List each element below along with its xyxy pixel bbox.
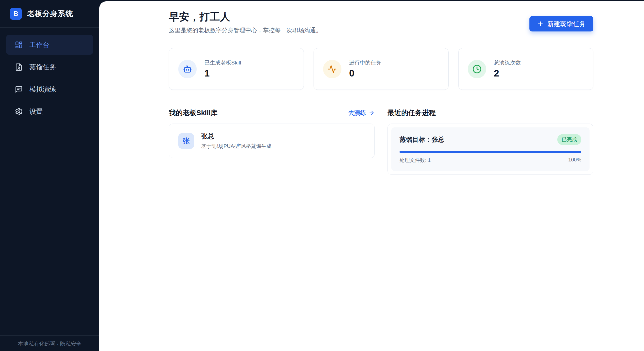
task-meta: 处理文件数: 1 100% xyxy=(399,157,581,164)
sidebar-footer-note: 本地私有化部署 · 隐私安全 xyxy=(0,335,99,351)
activity-icon-wrap xyxy=(323,60,341,78)
task-section-title: 最近的任务进程 xyxy=(387,108,436,117)
page-subtitle: 这里是您的老板数字分身管理中心，掌控每一次职场沟通。 xyxy=(169,26,322,34)
stat-card-drill-count: 总演练次数 2 xyxy=(458,48,593,90)
progress-bar xyxy=(399,151,581,153)
page-header: 早安，打工人 这里是您的老板数字分身管理中心，掌控每一次职场沟通。 新建蒸馏任务 xyxy=(169,10,593,34)
bot-icon xyxy=(183,64,192,74)
chat-icon xyxy=(15,85,23,93)
arrow-right-icon xyxy=(369,110,375,116)
skill-name: 张总 xyxy=(201,132,271,140)
sidebar-item-label: 工作台 xyxy=(29,40,49,49)
stat-card-skills: 已生成老板Skill 1 xyxy=(169,48,304,90)
greeting-block: 早安，打工人 这里是您的老板数字分身管理中心，掌控每一次职场沟通。 xyxy=(169,10,322,34)
sidebar: B 老板分身系统 工作台 蒸馏任务 xyxy=(0,0,99,351)
progress-fill xyxy=(399,151,581,153)
sidebar-item-label: 蒸馏任务 xyxy=(29,63,56,72)
go-drill-label: 去演练 xyxy=(348,109,366,117)
lower-sections: 我的老板Skill库 去演练 张 张总 基于“职场PUA型”风格蒸馏生成 xyxy=(169,108,593,175)
sidebar-nav: 工作台 蒸馏任务 模拟演练 xyxy=(0,28,99,335)
plus-icon xyxy=(537,20,544,27)
task-card-inner: 蒸馏目标：张总 已完成 处理文件数: 1 100% xyxy=(391,127,590,171)
skill-section-head: 我的老板Skill库 去演练 xyxy=(169,108,375,117)
sidebar-item-settings[interactable]: 设置 xyxy=(6,102,93,122)
file-user-icon xyxy=(15,63,23,71)
sidebar-item-distill-tasks[interactable]: 蒸馏任务 xyxy=(6,57,93,77)
main-content: 早安，打工人 这里是您的老板数字分身管理中心，掌控每一次职场沟通。 新建蒸馏任务 xyxy=(99,1,644,351)
app-title: 老板分身系统 xyxy=(27,9,73,19)
stat-value: 0 xyxy=(349,68,381,79)
new-distill-task-button[interactable]: 新建蒸馏任务 xyxy=(529,16,593,31)
stat-label: 进行中的任务 xyxy=(349,59,381,66)
task-head: 蒸馏目标：张总 已完成 xyxy=(399,134,581,145)
skill-card-zhang[interactable]: 张 张总 基于“职场PUA型”风格蒸馏生成 xyxy=(169,124,375,158)
stat-value: 1 xyxy=(204,68,241,79)
stats-row: 已生成老板Skill 1 进行中的任务 0 xyxy=(169,48,593,90)
skill-section-title: 我的老板Skill库 xyxy=(169,108,218,117)
stat-value: 2 xyxy=(494,68,521,79)
task-target: 蒸馏目标：张总 xyxy=(399,135,444,144)
new-distill-task-label: 新建蒸馏任务 xyxy=(547,20,586,28)
skill-card-text: 张总 基于“职场PUA型”风格蒸馏生成 xyxy=(201,132,271,150)
stat-label: 总演练次数 xyxy=(494,59,521,66)
clock-icon-wrap xyxy=(468,60,486,78)
go-drill-link[interactable]: 去演练 xyxy=(348,109,375,117)
sidebar-item-label: 模拟演练 xyxy=(29,85,56,94)
app-logo: B xyxy=(10,8,22,20)
avatar: 张 xyxy=(178,133,194,149)
sidebar-header: B 老板分身系统 xyxy=(0,0,99,28)
stat-text: 总演练次数 2 xyxy=(494,59,521,79)
app-root: B 老板分身系统 工作台 蒸馏任务 xyxy=(0,0,644,351)
clock-icon xyxy=(472,64,482,74)
page-title: 早安，打工人 xyxy=(169,10,322,23)
task-progress-section: 最近的任务进程 蒸馏目标：张总 已完成 处理文件数: 1 100% xyxy=(387,108,593,175)
stat-card-active-tasks: 进行中的任务 0 xyxy=(314,48,449,90)
stat-label: 已生成老板Skill xyxy=(204,59,241,66)
task-section-head: 最近的任务进程 xyxy=(387,108,593,117)
task-percent: 100% xyxy=(568,157,581,164)
sidebar-item-label: 设置 xyxy=(29,107,43,116)
stat-text: 进行中的任务 0 xyxy=(349,59,381,79)
dashboard-icon xyxy=(15,41,23,49)
gear-icon xyxy=(15,108,23,116)
bot-icon-wrap xyxy=(178,60,197,78)
stat-text: 已生成老板Skill 1 xyxy=(204,59,241,79)
skill-desc: 基于“职场PUA型”风格蒸馏生成 xyxy=(201,143,271,150)
sidebar-item-simulation[interactable]: 模拟演练 xyxy=(6,79,93,99)
sidebar-item-workbench[interactable]: 工作台 xyxy=(6,35,93,55)
activity-icon xyxy=(328,64,337,74)
status-badge: 已完成 xyxy=(557,134,581,145)
skill-library-section: 我的老板Skill库 去演练 张 张总 基于“职场PUA型”风格蒸馏生成 xyxy=(169,108,375,175)
task-card: 蒸馏目标：张总 已完成 处理文件数: 1 100% xyxy=(387,124,593,175)
task-files-count: 处理文件数: 1 xyxy=(399,157,431,164)
